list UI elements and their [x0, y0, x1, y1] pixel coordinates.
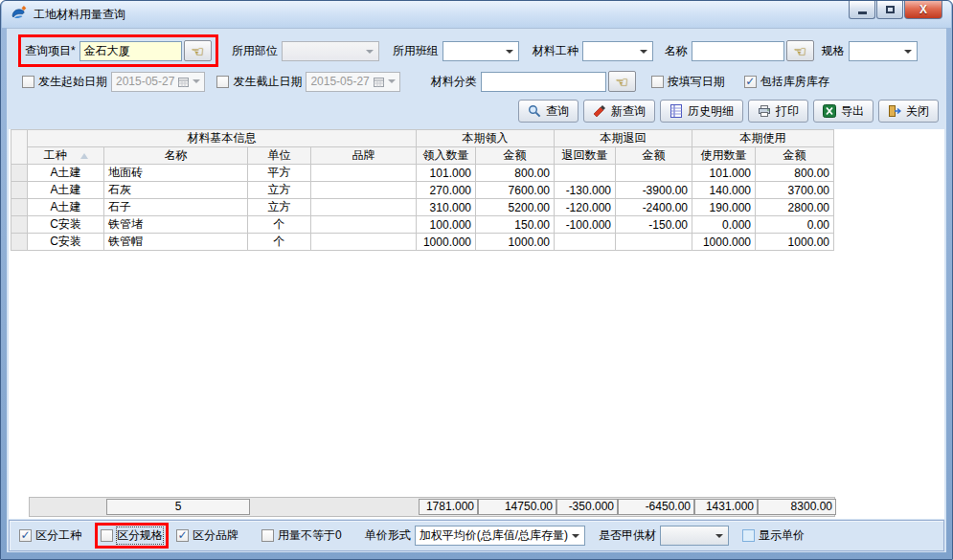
maximize-button[interactable]: [876, 1, 903, 19]
grid-cell[interactable]: A土建: [28, 182, 104, 199]
price-form-select[interactable]: 加权平均价(总库值/总库存量): [415, 526, 585, 546]
owner-supplied-select[interactable]: [660, 526, 729, 546]
query-button[interactable]: 查询: [518, 100, 579, 123]
grid-cell[interactable]: 100.000: [417, 216, 476, 234]
by-fill-date-checkbox[interactable]: [651, 76, 664, 88]
grid-cell[interactable]: [555, 165, 616, 182]
team-select[interactable]: [442, 41, 519, 61]
column-header-received-amount[interactable]: 金额: [476, 147, 555, 165]
grid-cell[interactable]: 1000.000: [692, 234, 756, 251]
table-row[interactable]: C安装铁管堵个100.000150.00-100.000-150.000.000…: [11, 216, 834, 234]
distinguish-brand-checkbox[interactable]: [176, 529, 189, 542]
usage-nonzero-checkbox[interactable]: [261, 529, 274, 542]
category-input[interactable]: [481, 72, 606, 92]
new-query-button[interactable]: 新查询: [583, 100, 655, 123]
grid-cell[interactable]: C安装: [28, 234, 104, 251]
grid-cell[interactable]: 铁管帽: [104, 234, 248, 251]
grid-cell[interactable]: -130.000: [555, 182, 616, 199]
column-header-worktype[interactable]: 工种: [28, 147, 104, 165]
grid-cell[interactable]: 800.00: [476, 165, 555, 182]
column-header-returned-qty[interactable]: 退回数量: [555, 147, 616, 165]
distinguish-worktype-checkbox[interactable]: [19, 529, 32, 542]
grid-cell[interactable]: 铁管堵: [104, 216, 248, 234]
grid-cell[interactable]: 石子: [104, 199, 248, 216]
column-header-used-qty[interactable]: 使用数量: [692, 147, 756, 165]
grid-cell[interactable]: [311, 182, 417, 199]
grid-cell[interactable]: -100.000: [555, 216, 616, 234]
row-selector[interactable]: [11, 234, 28, 251]
column-header-received-qty[interactable]: 领入数量: [417, 147, 476, 165]
column-header-unit[interactable]: 单位: [248, 147, 311, 165]
grid-cell[interactable]: 个: [248, 216, 311, 234]
table-row[interactable]: A土建石子立方310.0005200.00-120.000-2400.00190…: [11, 199, 834, 216]
grid-cell[interactable]: 2800.00: [756, 199, 834, 216]
grid-cell[interactable]: 140.000: [692, 182, 756, 199]
column-header-returned-amount[interactable]: 金额: [616, 147, 692, 165]
row-selector[interactable]: [11, 182, 28, 199]
grid-cell[interactable]: [555, 234, 616, 251]
table-row[interactable]: A土建地面砖平方101.000800.00101.000800.00: [11, 165, 834, 182]
table-row[interactable]: A土建石灰立方270.0007600.00-130.000-3900.00140…: [11, 182, 834, 199]
grid-cell[interactable]: 立方: [248, 182, 311, 199]
grid-cell[interactable]: 立方: [248, 199, 311, 216]
project-input[interactable]: 金石大厦: [79, 41, 182, 61]
grid-cell[interactable]: 270.000: [417, 182, 476, 199]
grid-cell[interactable]: [311, 216, 417, 234]
grid-cell[interactable]: 310.000: [417, 199, 476, 216]
grid-cell[interactable]: 1000.000: [417, 234, 476, 251]
grid-cell[interactable]: 地面砖: [104, 165, 248, 182]
row-selector[interactable]: [11, 165, 28, 182]
grid-cell[interactable]: 石灰: [104, 182, 248, 199]
spec-select[interactable]: [849, 41, 918, 61]
material-worktype-select[interactable]: [582, 41, 653, 61]
grid-cell[interactable]: -2400.00: [616, 199, 692, 216]
row-selector[interactable]: [11, 199, 28, 216]
close-button[interactable]: X: [904, 1, 942, 19]
distinguish-spec-checkbox[interactable]: [101, 529, 113, 542]
grid-cell[interactable]: 0.000: [692, 216, 756, 234]
include-warehouse-checkbox[interactable]: [744, 76, 757, 88]
minimize-button[interactable]: [849, 1, 875, 19]
column-header-used-amount[interactable]: 金额: [756, 147, 834, 165]
grid-cell[interactable]: -120.000: [555, 199, 616, 216]
print-button[interactable]: 打印: [748, 100, 808, 123]
export-button[interactable]: 导出: [813, 100, 874, 123]
new-query-button-label: 新查询: [611, 103, 646, 120]
name-picker-button[interactable]: ☜: [786, 40, 814, 61]
grid-cell[interactable]: 7600.00: [476, 182, 555, 199]
history-detail-button[interactable]: 历史明细: [660, 100, 743, 123]
column-header-name[interactable]: 名称: [104, 147, 248, 165]
grid-cell[interactable]: 150.00: [476, 216, 555, 234]
start-date-checkbox[interactable]: [22, 76, 34, 88]
category-picker-button[interactable]: ☜: [608, 71, 636, 92]
grid-cell[interactable]: 个: [248, 234, 311, 251]
grid-cell[interactable]: [616, 234, 692, 251]
grid-cell[interactable]: 800.00: [756, 165, 834, 182]
grid-cell[interactable]: 3700.00: [756, 182, 834, 199]
grid-cell[interactable]: 190.000: [692, 199, 756, 216]
table-row[interactable]: C安装铁管帽个1000.0001000.001000.0001000.00: [11, 234, 834, 251]
grid-cell[interactable]: -150.00: [616, 216, 692, 234]
grid-cell[interactable]: 平方: [248, 165, 311, 182]
grid-cell[interactable]: [311, 234, 417, 251]
grid-cell[interactable]: 5200.00: [476, 199, 555, 216]
grid-cell[interactable]: 1000.00: [756, 234, 834, 251]
grid-cell[interactable]: [311, 199, 417, 216]
name-input[interactable]: [692, 41, 784, 61]
grid-cell[interactable]: [616, 165, 692, 182]
row-selector[interactable]: [11, 216, 28, 234]
show-unit-price-checkbox[interactable]: [742, 529, 755, 542]
grid-cell[interactable]: -3900.00: [616, 182, 692, 199]
grid-cell[interactable]: 101.000: [417, 165, 476, 182]
grid-cell[interactable]: 1000.00: [476, 234, 555, 251]
project-picker-button[interactable]: ☜: [184, 40, 212, 61]
close-window-button[interactable]: 关闭: [878, 100, 939, 123]
grid-cell[interactable]: 101.000: [692, 165, 756, 182]
grid-cell[interactable]: A土建: [28, 199, 104, 216]
end-date-checkbox[interactable]: [216, 76, 229, 88]
grid-cell[interactable]: C安装: [28, 216, 104, 234]
column-header-brand[interactable]: 品牌: [311, 147, 417, 165]
grid-cell[interactable]: 0.00: [756, 216, 834, 234]
grid-cell[interactable]: [311, 165, 417, 182]
grid-cell[interactable]: A土建: [28, 165, 104, 182]
